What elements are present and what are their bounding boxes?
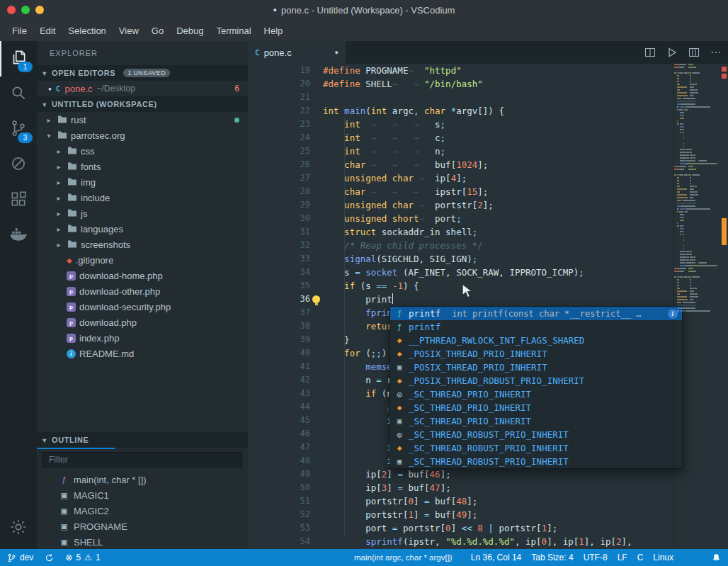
- code-line-28[interactable]: 28 char → → → ipstr[15];: [248, 185, 728, 198]
- tree-item-label: download.php: [79, 317, 137, 328]
- notifications-bell-icon[interactable]: [712, 553, 721, 562]
- editor-layout-icon[interactable]: [688, 47, 700, 58]
- code-line-27[interactable]: 27 unsigned char → ip[4];: [248, 171, 728, 185]
- code-line-50[interactable]: 50 ip[3] = buf[47];: [248, 481, 728, 494]
- menu-view[interactable]: View: [113, 23, 145, 39]
- suggest-item[interactable]: ◎_SC_THREAD_PRIO_INHERIT: [390, 387, 682, 401]
- suggest-item[interactable]: ◆__PTHREAD_RWLOCK_INT_FLAGS_SHARED: [390, 334, 682, 347]
- code-line-54[interactable]: 54 sprintf(ipstr, "%d.%d.%d.%d", ip[0], …: [248, 535, 728, 548]
- suggest-item[interactable]: ƒprintfint printf(const char *__restrict…: [390, 307, 682, 320]
- cursor-position-indicator[interactable]: Ln 36, Col 14: [471, 553, 521, 562]
- os-indicator-indicator[interactable]: Linux: [653, 553, 673, 562]
- tree-folder-rust[interactable]: ▸rust: [37, 112, 248, 128]
- wrench-icon: ◆: [394, 443, 404, 453]
- activitybar-extensions[interactable]: [0, 183, 37, 218]
- code-line-31[interactable]: 31 struct sockaddr_in shell;: [248, 225, 728, 239]
- activitybar-explorer[interactable]: 1: [0, 41, 37, 77]
- code-line-24[interactable]: 24 int → → → c;: [248, 131, 728, 145]
- current-symbol-indicator[interactable]: main(int argc, char * argv[]): [354, 553, 453, 562]
- code-line-51[interactable]: 51 portstr[0] = buf[48];: [248, 494, 728, 508]
- outline-item[interactable]: ▣MAGIC2: [37, 503, 248, 519]
- tree-file-download-other.php[interactable]: pdownload-other.php: [37, 283, 248, 299]
- minimap[interactable]: [673, 64, 721, 549]
- tree-folder-fonts[interactable]: ▸fonts: [37, 159, 248, 174]
- code-line-53[interactable]: 53 port = portstr[0] << 8 | portstr[1];: [248, 521, 728, 535]
- activitybar-run-debug[interactable]: [0, 147, 37, 183]
- more-actions-icon[interactable]: ⋯: [710, 47, 721, 58]
- menu-selection[interactable]: Selection: [62, 23, 112, 39]
- menu-edit[interactable]: Edit: [33, 23, 62, 39]
- code-line-25[interactable]: 25 int → → → n;: [248, 145, 728, 158]
- tree-file-.gitignore[interactable]: ◆.gitignore: [37, 252, 248, 268]
- outline-item[interactable]: ▣PROGNAME: [37, 519, 248, 534]
- sync-button[interactable]: [45, 553, 54, 562]
- open-editor-item[interactable]: ●Cpone.c~/Desktop6: [37, 81, 248, 96]
- git-branch-indicator[interactable]: dev: [7, 553, 33, 562]
- tree-file-index.php[interactable]: pindex.php: [37, 330, 248, 346]
- activitybar-search[interactable]: [0, 77, 37, 112]
- eol-indicator[interactable]: LF: [618, 553, 627, 562]
- code-line-23[interactable]: 23 int → → → s;: [248, 118, 728, 131]
- outline-item[interactable]: ▣MAGIC1: [37, 487, 248, 503]
- outline-section-header[interactable]: ▾ OUTLINE: [37, 432, 248, 448]
- code-line-49[interactable]: 49 ip[2] = buf[46];: [248, 468, 728, 481]
- tree-file-README.md[interactable]: iREADME.md: [37, 346, 248, 361]
- tree-folder-js[interactable]: ▸js: [37, 205, 248, 221]
- tree-folder-parrotsec.org[interactable]: ▾parrotsec.org: [37, 128, 248, 143]
- code-line-34[interactable]: 34 s = socket (AF_INET, SOCK_RAW, IPPROT…: [248, 266, 728, 279]
- menu-debug[interactable]: Debug: [170, 23, 210, 39]
- outline-item[interactable]: ƒmain(int, char * []): [37, 472, 248, 487]
- chevron-right-icon: ▸: [54, 225, 64, 233]
- tree-file-download-security.php[interactable]: pdownload-security.php: [37, 299, 248, 315]
- code-line-22[interactable]: 22int main(int argc, char *argv[]) {: [248, 104, 728, 118]
- code-line-29[interactable]: 29 unsigned char → portstr[2];: [248, 198, 728, 212]
- lightbulb-icon[interactable]: [312, 295, 320, 303]
- language-mode-indicator[interactable]: C: [637, 553, 644, 562]
- menu-go[interactable]: Go: [145, 23, 170, 39]
- code-line-52[interactable]: 52 portstr[1] = buf[49];: [248, 508, 728, 521]
- menu-help[interactable]: Help: [258, 23, 290, 39]
- menu-file[interactable]: File: [6, 23, 33, 39]
- suggest-item[interactable]: ◆_POSIX_THREAD_ROBUST_PRIO_INHERIT: [390, 374, 682, 387]
- tab-pone-c[interactable]: C pone.c ●: [248, 41, 346, 64]
- code-line-33[interactable]: 33 signal(SIGCHLD, SIG_IGN);: [248, 252, 728, 266]
- run-icon[interactable]: [666, 47, 678, 58]
- code-line-35[interactable]: 35 if (s == -1) {: [248, 279, 728, 293]
- suggest-item[interactable]: ▣_POSIX_THREAD_PRIO_INHERIT: [390, 361, 682, 374]
- menu-terminal[interactable]: Terminal: [210, 23, 257, 39]
- activitybar-source-control[interactable]: 3: [0, 112, 37, 147]
- open-editors-section-header[interactable]: ▾ OPEN EDITORS 1 UNSAVED: [37, 65, 248, 81]
- workspace-section-header[interactable]: ▾ UNTITLED (WORKSPACE): [37, 96, 248, 112]
- tree-folder-screenshots[interactable]: ▸screenshots: [37, 237, 248, 252]
- tab-size-indicator[interactable]: Tab Size: 4: [531, 553, 573, 562]
- split-editor-icon[interactable]: [644, 47, 656, 58]
- activitybar-settings[interactable]: [0, 511, 37, 546]
- error-icon: ⊗: [65, 553, 72, 562]
- code-line-32[interactable]: 32 /* Reap child processes */: [248, 239, 728, 252]
- suggest-item[interactable]: ƒprintf: [390, 320, 682, 334]
- outline-filter-input[interactable]: [42, 452, 242, 468]
- suggest-item[interactable]: ◆_SC_THREAD_ROBUST_PRIO_INHERIT: [390, 441, 682, 455]
- outline-item[interactable]: ▣SHELL: [37, 534, 248, 549]
- suggest-item[interactable]: ◆_POSIX_THREAD_PRIO_INHERIT: [390, 347, 682, 361]
- tree-file-download.php[interactable]: pdownload.php: [37, 315, 248, 330]
- encoding-indicator[interactable]: UTF-8: [584, 553, 608, 562]
- tree-folder-languages[interactable]: ▸languages: [37, 221, 248, 237]
- code-line-30[interactable]: 30 unsigned short→ port;: [248, 212, 728, 225]
- code-line-21[interactable]: 21: [248, 91, 728, 104]
- suggest-item[interactable]: ◆_SC_THREAD_PRIO_INHERIT: [390, 401, 682, 414]
- code-line-20[interactable]: 20#define SHELL→ → "/bin/bash": [248, 77, 728, 91]
- tree-folder-include[interactable]: ▸include: [37, 190, 248, 205]
- code-line-19[interactable]: 19#define PROGNAME→ "httpd": [248, 64, 728, 77]
- line-text: sprintf(ipstr, "%d.%d.%d.%d", ip[0], ip[…: [323, 535, 632, 548]
- code-editor[interactable]: 19#define PROGNAME→ "httpd"20#define SHE…: [248, 64, 728, 549]
- problems-indicator[interactable]: ⊗ 5 ⚠ 1: [65, 553, 100, 562]
- code-line-26[interactable]: 26 char → → → buf[1024];: [248, 158, 728, 171]
- tree-file-download-home.php[interactable]: pdownload-home.php: [37, 268, 248, 283]
- tree-folder-img[interactable]: ▸img: [37, 174, 248, 190]
- suggest-item[interactable]: ◎_SC_THREAD_ROBUST_PRIO_INHERIT: [390, 428, 682, 441]
- suggest-item[interactable]: ▣_SC_THREAD_PRIO_INHERIT: [390, 414, 682, 428]
- tree-folder-css[interactable]: ▸css: [37, 143, 248, 159]
- suggest-item[interactable]: ▣_SC_THREAD_ROBUST_PRIO_INHERIT: [390, 455, 682, 468]
- activitybar-docker[interactable]: [0, 218, 37, 254]
